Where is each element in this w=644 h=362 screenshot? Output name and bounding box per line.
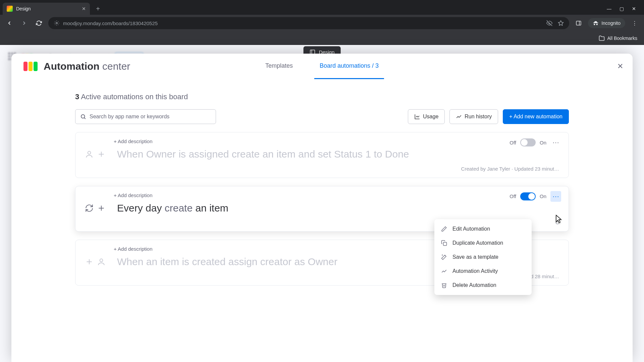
folder-icon (599, 35, 605, 41)
svg-point-7 (81, 115, 85, 118)
summary-text: 3 Active automations on this board (75, 93, 569, 101)
usage-button[interactable]: Usage (408, 109, 445, 124)
browser-tab[interactable]: Design ✕ (3, 3, 90, 15)
menu-duplicate-automation[interactable]: Duplicate Automation (434, 236, 532, 250)
off-label: Off (509, 140, 516, 145)
incognito-label: Incognito (601, 20, 621, 26)
maximize-icon[interactable]: ▢ (620, 6, 624, 11)
pencil-icon (441, 226, 448, 232)
modal-body: 3 Active automations on this board Usage… (11, 79, 633, 286)
history-icon (456, 114, 462, 120)
modal-close-icon[interactable]: ✕ (617, 62, 623, 71)
toolbar: Usage Run history + Add new automation (75, 109, 569, 124)
menu-edit-automation[interactable]: Edit Automation (434, 222, 532, 236)
side-panel-icon[interactable] (573, 18, 584, 28)
on-label: On (540, 140, 546, 145)
forward-button[interactable] (19, 18, 30, 28)
tab-templates[interactable]: Templates (260, 54, 298, 79)
site-settings-icon (54, 20, 60, 26)
trash-icon (441, 282, 448, 288)
url-bar[interactable]: moodjoy.monday.com/boards/1830420525 (48, 17, 569, 29)
tracking-icon[interactable] (546, 20, 552, 26)
add-automation-button[interactable]: + Add new automation (503, 109, 569, 124)
close-tab-icon[interactable]: ✕ (82, 6, 86, 11)
menu-save-template[interactable]: Save as a template (434, 250, 532, 264)
incognito-icon (593, 20, 599, 26)
card-type-icons (85, 204, 109, 213)
add-description-link[interactable]: + Add description (114, 192, 559, 198)
plus-icon (97, 204, 106, 213)
automation-recipe: When Owner is assigned create an item an… (117, 147, 559, 161)
automation-card[interactable]: Off On ⋯ + Add description When Owner is… (75, 132, 569, 178)
automation-center-modal: Automation center Templates Board automa… (11, 54, 633, 362)
off-label: Off (509, 193, 516, 199)
tab-title: Design (16, 6, 31, 11)
svg-line-8 (84, 118, 85, 119)
browser-chrome: Design ✕ + — ▢ ✕ moodjoy.monday.com/boar… (0, 0, 644, 45)
svg-point-16 (100, 259, 103, 262)
svg-point-0 (56, 22, 58, 24)
toggle-switch[interactable] (520, 138, 536, 146)
svg-rect-17 (443, 242, 447, 246)
recurring-icon (85, 204, 94, 213)
run-history-button[interactable]: Run history (449, 109, 498, 124)
card-controls: Off On ⋯ (509, 191, 561, 202)
close-window-icon[interactable]: ✕ (632, 6, 636, 11)
monday-favicon (7, 6, 13, 12)
reload-button[interactable] (34, 18, 44, 28)
search-icon (80, 114, 86, 120)
window-controls: — ▢ ✕ (607, 6, 641, 11)
back-button[interactable] (4, 18, 15, 28)
wand-icon (441, 254, 448, 260)
monday-logo-icon (23, 62, 38, 71)
url-text: moodjoy.monday.com/boards/1830420525 (63, 20, 543, 26)
bookmark-star-icon[interactable] (558, 20, 564, 26)
person-icon (97, 257, 106, 266)
duplicate-icon (441, 240, 448, 246)
svg-point-9 (88, 152, 91, 155)
modal-title: Automation center (44, 61, 130, 72)
menu-delete-automation[interactable]: Delete Automation (434, 278, 532, 292)
search-input[interactable] (90, 114, 211, 120)
nav-bar: moodjoy.monday.com/boards/1830420525 Inc… (0, 15, 644, 32)
context-menu: Edit Automation Duplicate Automation Sav… (434, 219, 532, 295)
all-bookmarks-link[interactable]: All Bookmarks (607, 36, 637, 41)
add-description-link[interactable]: + Add description (114, 138, 559, 144)
card-type-icons (85, 150, 109, 159)
svg-rect-3 (576, 21, 581, 25)
modal-tabs: Templates Board automations / 3 (260, 54, 384, 79)
search-input-wrapper[interactable] (75, 109, 216, 124)
on-label: On (540, 193, 546, 199)
person-icon (85, 150, 94, 159)
plus-icon (85, 257, 94, 266)
activity-icon (441, 268, 448, 274)
automation-recipe: Every day create an item (117, 201, 559, 215)
browser-menu-icon[interactable]: ⋮ (629, 20, 640, 26)
new-tab-button[interactable]: + (93, 3, 103, 14)
svg-marker-2 (558, 21, 564, 25)
modal-header: Automation center Templates Board automa… (11, 54, 633, 79)
tab-bar: Design ✕ + — ▢ ✕ (0, 0, 644, 15)
more-menu-button[interactable]: ⋯ (550, 137, 561, 148)
plus-icon (97, 150, 106, 159)
toggle-switch[interactable] (520, 192, 536, 200)
more-menu-button[interactable]: ⋯ (550, 191, 561, 202)
usage-icon (414, 114, 420, 120)
card-type-icons (85, 257, 109, 266)
menu-automation-activity[interactable]: Automation Activity (434, 264, 532, 278)
tab-board-automations[interactable]: Board automations / 3 (314, 54, 384, 79)
card-meta: Created by Jane Tyler · Updated 23 minut… (85, 166, 559, 172)
card-controls: Off On ⋯ (509, 137, 561, 148)
minimize-icon[interactable]: — (607, 6, 611, 11)
bookmarks-bar: All Bookmarks (0, 32, 644, 45)
incognito-badge[interactable]: Incognito (588, 18, 625, 28)
